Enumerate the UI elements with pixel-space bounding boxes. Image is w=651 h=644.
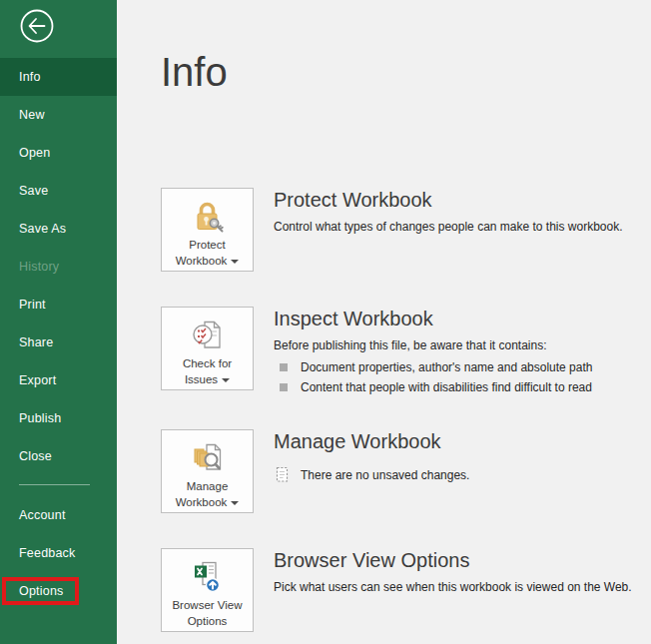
sidebar-item-options[interactable]: Options	[0, 572, 117, 610]
status-text: There are no unsaved changes.	[301, 468, 469, 482]
browser-view-options-button[interactable]: Browser View Options	[161, 548, 254, 632]
draft-document-icon	[274, 466, 291, 483]
sidebar-item-new[interactable]: New	[0, 96, 117, 134]
section-browser-view-options: Browser View Options Browser View Option…	[161, 548, 651, 632]
sidebar-item-close[interactable]: Close	[0, 437, 117, 475]
lock-key-icon	[190, 198, 226, 236]
back-arrow-icon	[19, 8, 55, 44]
section-description: Pick what users can see when this workbo…	[274, 580, 632, 595]
sidebar-item-save[interactable]: Save	[0, 172, 117, 210]
dropdown-arrow-icon	[231, 260, 239, 264]
sidebar-item-save-as[interactable]: Save As	[0, 210, 117, 248]
section-inspect-workbook: Check for Issues Inspect Workbook Before…	[161, 307, 651, 394]
page-title: Info	[161, 49, 651, 95]
backstage-view: Info New Open Save Save As History Print…	[0, 0, 651, 644]
sidebar-nav: Info New Open Save Save As History Print…	[0, 58, 117, 475]
sidebar-item-label: Publish	[19, 411, 61, 425]
sidebar-item-label: New	[19, 108, 45, 122]
sidebar-item-account[interactable]: Account	[0, 496, 117, 534]
section-heading: Browser View Options	[274, 548, 632, 572]
unsaved-changes-status: There are no unsaved changes.	[274, 466, 469, 483]
button-label: Browser View Options	[172, 598, 242, 629]
dropdown-arrow-icon	[231, 501, 239, 505]
list-item-text: Document properties, author's name and a…	[301, 360, 592, 374]
sidebar-item-feedback[interactable]: Feedback	[0, 534, 117, 572]
section-description: Before publishing this file, be aware th…	[274, 338, 592, 353]
sidebar-item-export[interactable]: Export	[0, 361, 117, 399]
sidebar-item-label: Account	[19, 508, 66, 522]
inspect-document-icon	[190, 317, 226, 354]
inspect-findings-list: Document properties, author's name and a…	[274, 360, 592, 394]
section-manage-workbook: Manage Workbook Manage Workbook	[161, 429, 651, 513]
sidebar-item-publish[interactable]: Publish	[0, 399, 117, 437]
list-item-text: Content that people with disabilities fi…	[301, 380, 592, 394]
back-button[interactable]	[19, 8, 55, 44]
section-content: Protect Workbook Control what types of c…	[274, 188, 623, 235]
info-page: Book1 Info Protect	[117, 0, 651, 644]
sidebar-item-label: Feedback	[19, 546, 76, 560]
section-heading: Manage Workbook	[274, 429, 469, 453]
sidebar-item-label: Share	[19, 335, 53, 349]
sidebar-footer-nav: Account Feedback Options	[0, 496, 117, 610]
sidebar-item-label: Export	[19, 373, 56, 387]
sidebar-item-share[interactable]: Share	[0, 323, 117, 361]
list-item: Content that people with disabilities fi…	[274, 380, 592, 394]
button-label: Manage Workbook	[176, 479, 240, 510]
button-label: Protect Workbook	[176, 238, 240, 269]
sidebar-item-label: Close	[19, 449, 52, 463]
sidebar-item-label: History	[19, 260, 59, 274]
dropdown-arrow-icon	[222, 378, 230, 382]
sidebar-item-print[interactable]: Print	[0, 286, 117, 323]
section-protect-workbook: Protect Workbook Protect Workbook Contro…	[161, 188, 651, 272]
sidebar-item-label: Open	[19, 146, 50, 160]
sidebar-item-label: Options	[19, 584, 63, 598]
sidebar-divider	[19, 484, 90, 485]
button-label: Check for Issues	[183, 356, 232, 387]
section-content: Inspect Workbook Before publishing this …	[274, 307, 592, 394]
sidebar-item-label: Save As	[19, 222, 66, 236]
sidebar-item-open[interactable]: Open	[0, 134, 117, 172]
section-content: Browser View Options Pick what users can…	[274, 548, 632, 595]
sidebar: Info New Open Save Save As History Print…	[0, 0, 117, 644]
versions-magnifier-icon	[190, 439, 226, 477]
excel-web-upload-icon	[190, 558, 226, 596]
section-description: Control what types of changes people can…	[274, 220, 623, 235]
sidebar-item-info[interactable]: Info	[0, 58, 117, 96]
protect-workbook-button[interactable]: Protect Workbook	[161, 188, 254, 272]
sidebar-item-history: History	[0, 248, 117, 286]
bullet-square-icon	[280, 363, 288, 371]
sidebar-item-label: Print	[19, 298, 46, 312]
sidebar-item-label: Info	[19, 70, 41, 84]
sidebar-item-label: Save	[19, 184, 48, 198]
bullet-square-icon	[280, 383, 288, 391]
section-heading: Inspect Workbook	[274, 307, 592, 330]
manage-workbook-button[interactable]: Manage Workbook	[161, 429, 254, 513]
check-for-issues-button[interactable]: Check for Issues	[161, 307, 254, 390]
section-content: Manage Workbook There are no unsaved cha…	[274, 429, 469, 483]
list-item: Document properties, author's name and a…	[274, 360, 592, 374]
section-heading: Protect Workbook	[274, 188, 623, 212]
